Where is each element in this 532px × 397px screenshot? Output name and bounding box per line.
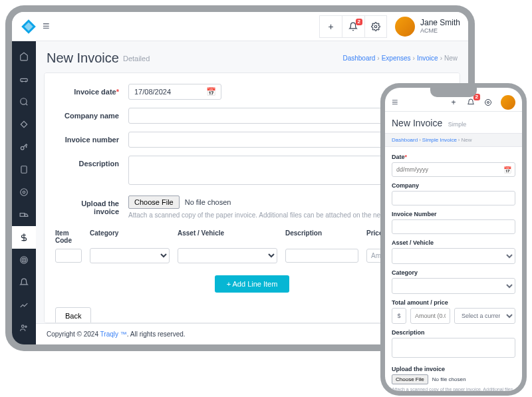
mobile-menu-icon[interactable]: ≡: [392, 96, 398, 108]
m-amount-input[interactable]: [410, 308, 450, 324]
m-number-input[interactable]: [392, 219, 515, 234]
page-title: New Invoice: [47, 51, 119, 66]
col-asset-label: Asset / Vehicle: [178, 229, 277, 244]
file-status: No file chosen: [185, 198, 231, 206]
m-calendar-icon[interactable]: 📅: [503, 166, 511, 174]
mobile-form: Date* 📅 Company Invoice Number Asset / V…: [385, 147, 522, 391]
m-currency-select[interactable]: Select a currency: [454, 308, 515, 324]
m-currency-prefix: $: [392, 308, 406, 324]
m-bc-current: New: [462, 137, 472, 143]
line-code-input[interactable]: [55, 249, 82, 263]
sidebar-truck-icon[interactable]: [12, 203, 36, 226]
m-upload-label: Upload the invoice: [392, 366, 515, 372]
breadcrumb: Dashboard›Expenses›Invoice›New: [342, 55, 458, 62]
calendar-icon[interactable]: 📅: [206, 87, 216, 96]
notification-badge: 2: [356, 19, 362, 25]
m-choose-file-button[interactable]: Choose File: [392, 374, 428, 384]
line-asset-select[interactable]: [178, 248, 277, 263]
svg-rect-9: [20, 213, 25, 217]
mobile-settings-button[interactable]: [479, 94, 497, 111]
sidebar-bell-icon[interactable]: [12, 271, 36, 294]
m-desc-label: Description: [392, 329, 515, 336]
add-line-button[interactable]: + Add Line Item: [215, 275, 290, 293]
settings-button[interactable]: [364, 15, 387, 38]
m-asset-label: Asset / Vehicle: [392, 239, 515, 246]
svg-point-5: [21, 146, 24, 150]
m-bc-invoice[interactable]: Simple Invoice: [422, 137, 457, 143]
svg-point-12: [23, 259, 24, 260]
svg-point-8: [23, 191, 25, 194]
number-label: Invoice number: [55, 132, 128, 144]
svg-point-0: [374, 25, 377, 28]
svg-point-16: [485, 99, 491, 105]
user-menu[interactable]: Jane Smith ACME: [395, 17, 460, 37]
line-category-select[interactable]: [90, 248, 170, 263]
breadcrumb-dashboard[interactable]: Dashboard: [342, 55, 375, 62]
sidebar-home-icon[interactable]: [12, 45, 36, 68]
sidebar-users-icon[interactable]: [12, 317, 36, 339]
breadcrumb-expenses[interactable]: Expenses: [382, 55, 411, 62]
svg-point-15: [487, 101, 489, 103]
svg-point-13: [22, 325, 25, 328]
col-desc-label: Description: [285, 229, 358, 244]
mobile-page-title: New Invoice: [392, 118, 442, 128]
notifications-button[interactable]: 2: [342, 15, 364, 38]
svg-point-2: [22, 81, 23, 82]
user-name: Jane Smith: [420, 18, 460, 27]
desc-label: Description: [55, 156, 128, 168]
m-date-input[interactable]: [392, 162, 515, 177]
page-subtitle: Detailed: [123, 55, 150, 63]
col-category-label: Category: [90, 229, 170, 244]
sidebar-tag-icon[interactable]: [12, 113, 36, 136]
company-label: Company name: [55, 108, 128, 120]
m-category-select[interactable]: [392, 278, 515, 294]
mobile-avatar[interactable]: [501, 95, 515, 110]
user-org: ACME: [420, 27, 460, 35]
m-company-label: Company: [392, 182, 515, 189]
sidebar-car-icon[interactable]: [12, 68, 36, 90]
svg-rect-6: [21, 166, 27, 174]
line-desc-input[interactable]: [285, 249, 358, 263]
m-total-label: Total amount / price: [392, 299, 515, 306]
m-date-label: Date*: [392, 154, 515, 160]
sidebar-dollar-icon[interactable]: [12, 226, 36, 249]
back-button[interactable]: Back: [55, 307, 91, 323]
sidebar-chart-icon[interactable]: [12, 294, 36, 317]
sidebar-key-icon[interactable]: [12, 136, 36, 158]
col-code-label: Item Code: [55, 229, 82, 244]
footer-copyright: Copyright © 2024: [47, 331, 100, 338]
m-company-input[interactable]: [392, 191, 515, 205]
m-bc-dashboard[interactable]: Dashboard: [392, 137, 418, 143]
sidebar: [12, 41, 36, 344]
phone-screen: ≡ + 2 New Invoice Simple Dashboard›Simpl…: [385, 88, 522, 391]
phone-frame: ≡ + 2 New Invoice Simple Dashboard›Simpl…: [380, 83, 527, 396]
svg-point-3: [25, 81, 26, 82]
date-label: Invoice date*: [55, 84, 128, 96]
avatar: [395, 17, 415, 37]
sidebar-target-icon[interactable]: [12, 249, 36, 271]
footer-rights: . All rights reserved.: [127, 331, 186, 338]
sidebar-doc-icon[interactable]: [12, 158, 36, 181]
m-file-status: No file chosen: [432, 376, 466, 382]
breadcrumb-invoice[interactable]: Invoice: [417, 55, 438, 62]
sidebar-wheel-icon[interactable]: [12, 181, 36, 203]
phone-notch: [430, 88, 477, 97]
svg-point-4: [21, 98, 27, 104]
m-desc-input[interactable]: [392, 338, 515, 358]
choose-file-button[interactable]: Choose File: [128, 196, 180, 209]
svg-point-14: [25, 326, 27, 327]
upload-label: Upload the invoice: [55, 196, 128, 215]
m-upload-help: Attach a scanned copy of the paper invoi…: [392, 386, 515, 391]
mobile-breadcrumb: Dashboard›Simple Invoice›New: [385, 133, 522, 147]
topbar: ≡ + 2 Jane Smith ACME: [12, 12, 468, 41]
breadcrumb-current: New: [444, 55, 458, 62]
menu-toggle-icon[interactable]: ≡: [43, 19, 50, 33]
svg-point-7: [21, 189, 28, 196]
app-logo-icon: [20, 18, 37, 35]
add-button[interactable]: +: [319, 15, 342, 38]
m-asset-select[interactable]: [392, 248, 515, 264]
footer-brand-link[interactable]: Traqly ™: [100, 331, 127, 338]
sidebar-search-icon[interactable]: [12, 90, 36, 113]
m-category-label: Category: [392, 269, 515, 276]
m-number-label: Invoice Number: [392, 211, 515, 217]
